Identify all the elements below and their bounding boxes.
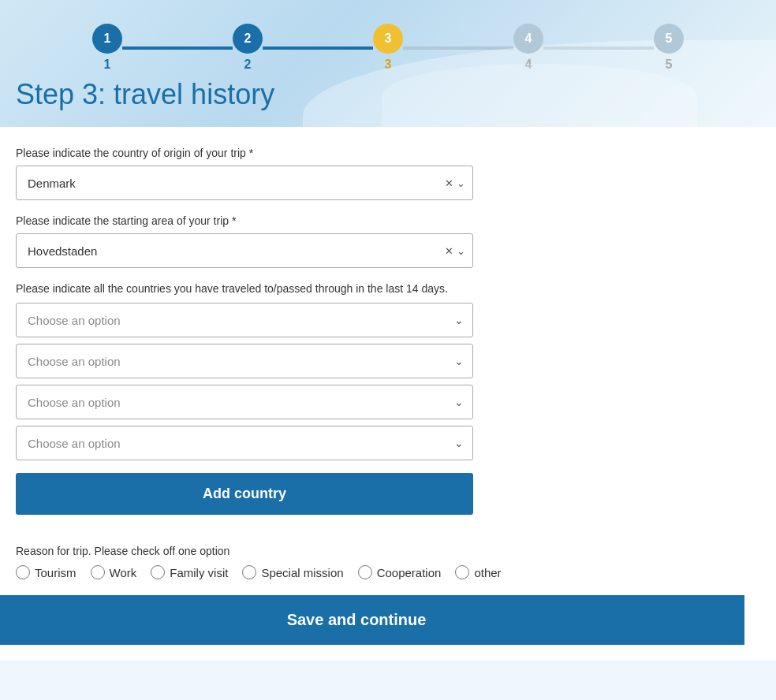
step-4-wrapper: 4 4 [513, 24, 543, 72]
radio-special-mission[interactable]: Special mission [242, 565, 343, 579]
radio-special-mission-label: Special mission [261, 566, 343, 579]
step-3-wrapper: 3 3 [373, 24, 403, 72]
starting-area-select-wrapper: Hovedstaden ✕ ⌄ [16, 233, 473, 268]
radio-special-mission-input[interactable] [242, 565, 256, 579]
country-select-3[interactable]: Choose an option [16, 385, 473, 419]
progress-bar: 1 1 2 2 3 3 4 4 [16, 24, 760, 72]
step-5-number: 5 [666, 32, 673, 46]
step-4-label: 4 [525, 58, 532, 72]
step-5-circle: 5 [654, 24, 684, 54]
starting-area-select[interactable]: Hovedstaden [16, 233, 473, 268]
radio-cooperation-input[interactable] [358, 565, 372, 579]
country-select-1-wrapper: Choose an option ⌄ [16, 303, 473, 337]
step-4-number: 4 [525, 32, 532, 46]
radio-work-input[interactable] [91, 565, 105, 579]
radio-family-visit-input[interactable] [151, 565, 165, 579]
radio-other-label: other [474, 566, 501, 579]
radio-cooperation-label: Cooperation [377, 566, 442, 579]
header-area: 1 1 2 2 3 3 4 4 [0, 0, 776, 127]
country-select-4-wrapper: Choose an option ⌄ [16, 426, 473, 460]
starting-area-group: Please indicate the starting area of you… [16, 214, 760, 268]
radio-family-visit-label: Family visit [170, 566, 228, 579]
add-country-button[interactable]: Add country [16, 473, 473, 515]
main-content: Please indicate the country of origin of… [0, 127, 776, 661]
step-3-number: 3 [385, 32, 392, 46]
radio-other-input[interactable] [455, 565, 469, 579]
save-btn-wrapper: Save and continue [0, 595, 776, 645]
country-origin-select[interactable]: Denmark [16, 166, 473, 200]
country-origin-label: Please indicate the country of origin of… [16, 147, 760, 159]
countries-traveled-group: Please indicate all the countries you ha… [16, 282, 760, 531]
country-origin-group: Please indicate the country of origin of… [16, 147, 760, 200]
step-2-circle: 2 [233, 24, 263, 54]
line-4-5 [543, 47, 654, 50]
step-1-wrapper: 1 1 [92, 24, 122, 72]
step-3-circle: 3 [373, 24, 403, 54]
step-1-number: 1 [104, 32, 111, 46]
reason-section: Reason for trip. Please check off one op… [16, 545, 760, 579]
country-select-4[interactable]: Choose an option [16, 426, 473, 460]
radio-family-visit[interactable]: Family visit [151, 565, 228, 579]
radio-other[interactable]: other [455, 565, 501, 579]
step-2-label: 2 [244, 58, 252, 72]
country-select-3-wrapper: Choose an option ⌄ [16, 385, 473, 419]
country-origin-select-wrapper: Denmark ✕ ⌄ [16, 166, 473, 200]
radio-tourism-input[interactable] [16, 565, 30, 579]
step-5-wrapper: 5 5 [654, 24, 684, 72]
line-3-4 [403, 47, 513, 50]
radio-work-label: Work [110, 566, 137, 579]
country-select-2-wrapper: Choose an option ⌄ [16, 344, 473, 378]
radio-cooperation[interactable]: Cooperation [358, 565, 442, 579]
starting-area-label: Please indicate the starting area of you… [16, 214, 760, 227]
reason-label: Reason for trip. Please check off one op… [16, 545, 760, 557]
save-continue-button[interactable]: Save and continue [0, 595, 744, 645]
step-4-circle: 4 [513, 24, 543, 54]
radio-tourism[interactable]: Tourism [16, 565, 76, 579]
radio-tourism-label: Tourism [35, 566, 76, 579]
country-select-1[interactable]: Choose an option [16, 303, 473, 337]
step-2-wrapper: 2 2 [233, 24, 263, 72]
country-select-2[interactable]: Choose an option [16, 344, 473, 378]
step-1-circle: 1 [92, 24, 122, 54]
step-2-number: 2 [244, 32, 252, 46]
radio-group: Tourism Work Family visit Special missio… [16, 565, 760, 579]
radio-work[interactable]: Work [91, 565, 137, 579]
step-1-label: 1 [104, 58, 111, 72]
step-3-label: 3 [385, 58, 392, 72]
line-1-2 [122, 47, 233, 50]
line-2-3 [263, 47, 373, 50]
page-title: Step 3: travel history [16, 78, 760, 111]
step-5-label: 5 [666, 58, 673, 72]
countries-traveled-label: Please indicate all the countries you ha… [16, 282, 760, 295]
